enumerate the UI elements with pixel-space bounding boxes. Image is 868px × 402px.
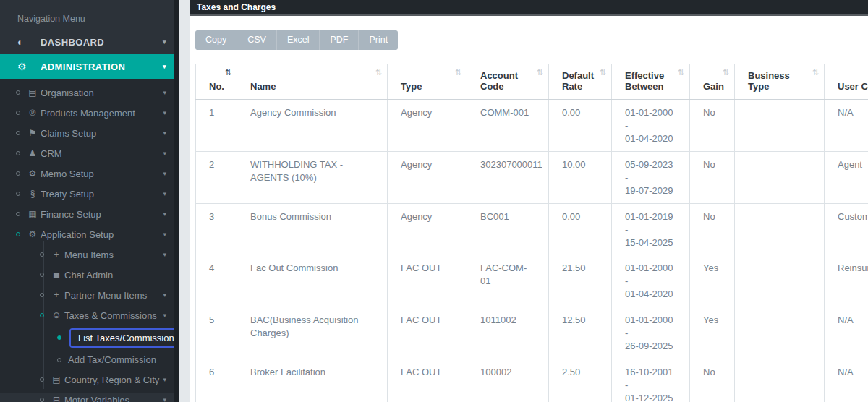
sidebar-item-treaty-setup[interactable]: §Treaty Setup▾	[0, 184, 179, 204]
export-button-group: CopyCSVExcelPDFPrint	[195, 30, 398, 50]
column-header-account-code[interactable]: Account Code⇅	[467, 64, 549, 100]
chevron-down-icon: ▾	[163, 312, 166, 319]
chevron-down-icon: ▾	[163, 396, 166, 402]
chevron-down-icon: ▾	[163, 129, 166, 137]
table-wrap: No.⇅Name⇅Type⇅Account Code⇅Default Rate⇅…	[195, 64, 868, 402]
cell-user-category: Agent	[825, 151, 868, 203]
bullet-icon	[40, 273, 44, 277]
sort-icon: ⇅	[600, 68, 606, 77]
plus-icon: +	[51, 249, 62, 260]
sidebar-item-taxes-commissions[interactable]: ⊜Taxes & Commissions▾	[0, 305, 179, 325]
cell-no: 3	[196, 203, 237, 255]
cell-no: 1	[196, 100, 237, 152]
sidebar-item-country-region-city[interactable]: ▤Country, Region & City▾	[0, 369, 179, 390]
column-header-business-type[interactable]: Business Type⇅	[735, 64, 825, 100]
sidebar-item-application-setup[interactable]: ⚙Application Setup▾	[0, 224, 179, 244]
sidebar-item-menu-items[interactable]: +Menu Items▾	[0, 244, 179, 265]
sidebar-item-organisation[interactable]: ▤Organisation▾	[0, 82, 179, 103]
cell-default-rate: 2.50	[549, 359, 612, 402]
sidebar-item-chat-admin[interactable]: ◼Chat Admin	[0, 265, 179, 285]
cell-account-code: BC001	[467, 203, 549, 255]
sidebar-item-label: Claims Setup	[41, 128, 96, 139]
sort-icon: ⇅	[455, 68, 461, 77]
finance-icon: ▦	[27, 209, 38, 219]
sidebar-item-label: DASHBOARD	[41, 37, 104, 48]
bullet-icon	[40, 252, 44, 257]
sidebar-item-label: Products Management	[41, 108, 135, 119]
sidebar-item-add-tax-commission[interactable]: Add Tax/Commission	[0, 350, 179, 369]
column-header-name[interactable]: Name⇅	[237, 64, 388, 100]
sidebar-title: Navigation Menu	[0, 0, 179, 30]
cell-gain: No	[690, 203, 735, 255]
cell-type: Agency	[388, 100, 467, 152]
sidebar-item-label: Country, Region & City	[64, 375, 159, 385]
table-row: 6Broker FacilitationFAC OUT1000022.5016-…	[196, 359, 868, 402]
sidebar-item-label: Finance Setup	[41, 209, 101, 220]
sidebar-item-list-taxes-commission[interactable]: List Taxes/Commission	[0, 325, 179, 350]
sidebar-item-label: Treaty Setup	[41, 189, 94, 200]
cell-user-category: N/A	[825, 359, 868, 402]
chevron-down-icon: ▾	[163, 231, 166, 238]
table-row: 1Agency CommissionAgencyCOMM-0010.0001-0…	[196, 100, 868, 152]
column-header-default-rate[interactable]: Default Rate⇅	[549, 64, 612, 100]
column-header-gain[interactable]: Gain⇅	[690, 64, 735, 100]
motor-icon: ⊟	[51, 395, 62, 402]
cell-default-rate: 12.50	[549, 307, 612, 359]
sidebar-item-memo-setup[interactable]: ⚙Memo Setup▾	[0, 163, 179, 184]
cell-name: Bonus Commission	[237, 203, 388, 255]
sidebar-item-claims-setup[interactable]: ⚑Claims Setup▾	[0, 123, 179, 143]
column-header-no[interactable]: No.⇅	[196, 64, 237, 100]
cell-effective-between: 05-09-2023 - 19-07-2029	[612, 151, 690, 203]
column-header-type[interactable]: Type⇅	[388, 64, 467, 100]
chevron-down-icon: ▾	[163, 251, 166, 258]
bullet-icon	[16, 171, 20, 176]
column-header-user-category[interactable]: User Category⇅	[825, 64, 868, 100]
cell-business-type	[735, 151, 825, 203]
excel-button[interactable]: Excel	[276, 30, 320, 50]
sidebar-item-crm[interactable]: ♟CRM▾	[0, 143, 179, 163]
plus-icon: +	[51, 290, 62, 300]
crm-icon: ♟	[27, 148, 38, 158]
bullet-icon	[57, 358, 61, 362]
sidebar-item-motor-variables[interactable]: ⊟Motor Variables▾	[0, 390, 179, 402]
table-row: 3Bonus CommissionAgencyBC0010.0001-01-20…	[196, 203, 868, 255]
cell-user-category: Customer	[825, 203, 868, 255]
chevron-down-icon: ▾	[163, 109, 166, 116]
copy-button[interactable]: Copy	[195, 30, 237, 50]
cell-name: Fac Out Commission	[237, 255, 388, 307]
cell-effective-between: 01-01-2000 - 01-04-2020	[612, 100, 690, 152]
sidebar-item-administration[interactable]: ⚙ADMINISTRATION▾	[0, 54, 179, 79]
sidebar-item-finance-setup[interactable]: ▦Finance Setup▾	[0, 204, 179, 224]
chevron-down-icon: ▾	[163, 38, 166, 46]
sidebar-item-label: Motor Variables	[64, 395, 129, 402]
sidebar-item-label: Organisation	[41, 87, 94, 98]
sort-icon: ⇅	[375, 68, 382, 77]
sidebar-top-items: ◐DASHBOARD▾⚙ADMINISTRATION▾	[0, 30, 179, 79]
bullet-icon	[57, 335, 61, 340]
cell-effective-between: 01-01-2000 - 01-04-2020	[612, 255, 690, 307]
chevron-down-icon: ▾	[163, 190, 166, 197]
bullet-icon	[16, 212, 20, 216]
print-button[interactable]: Print	[358, 30, 398, 50]
sidebar-scrollbar[interactable]	[174, 0, 179, 402]
sidebar-item-label: CRM	[41, 148, 62, 159]
chevron-down-icon: ▾	[163, 376, 166, 383]
pdf-button[interactable]: PDF	[319, 30, 358, 50]
bullet-icon	[40, 313, 44, 317]
treaty-icon: §	[27, 189, 38, 199]
sort-icon: ⇅	[537, 68, 543, 77]
products-icon: ℗	[27, 108, 38, 118]
administration-submenu: ▤Organisation▾℗Products Management▾⚑Clai…	[0, 79, 179, 393]
sidebar-item-products-management[interactable]: ℗Products Management▾	[0, 103, 179, 123]
column-header-effective-between[interactable]: Effective Between⇅	[612, 64, 690, 100]
sidebar-item-partner-menu-items[interactable]: +Partner Menu Items▾	[0, 285, 179, 305]
chevron-down-icon: ▾	[163, 291, 166, 299]
cell-gain: No	[690, 359, 735, 402]
sidebar-item-dashboard[interactable]: ◐DASHBOARD▾	[0, 30, 179, 54]
taxes-table: No.⇅Name⇅Type⇅Account Code⇅Default Rate⇅…	[195, 64, 868, 402]
bullet-icon	[16, 90, 20, 95]
csv-button[interactable]: CSV	[237, 30, 276, 50]
sidebar-item-label: Menu Items	[64, 249, 114, 260]
sort-icon: ⇅	[225, 68, 231, 77]
cell-gain: Yes	[690, 307, 735, 359]
